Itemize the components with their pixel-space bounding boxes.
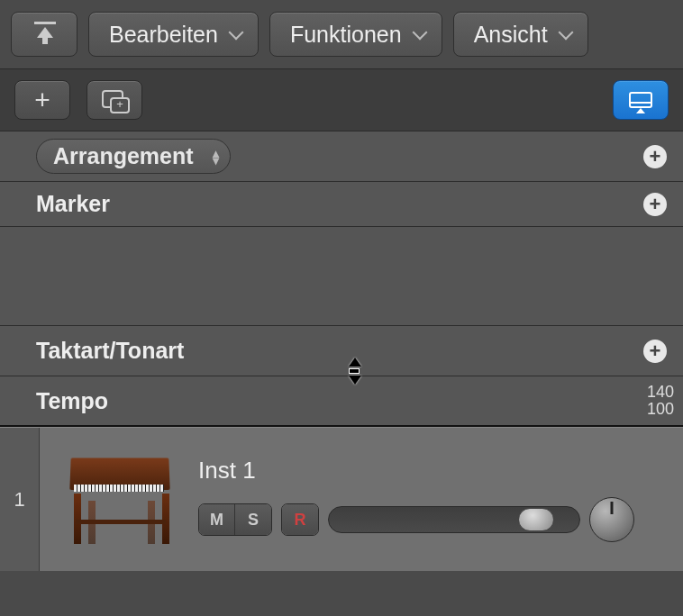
catch-playhead-icon bbox=[629, 92, 652, 108]
signature-track-header: Taktart/Tonart + bbox=[0, 326, 683, 376]
mute-solo-group: M S bbox=[198, 503, 272, 536]
view-menu-label: Ansicht bbox=[474, 22, 548, 48]
chevron-down-icon bbox=[558, 25, 573, 41]
solo-button[interactable]: S bbox=[235, 504, 271, 535]
add-arrangement-button[interactable]: + bbox=[643, 145, 667, 168]
mute-button[interactable]: M bbox=[199, 504, 235, 535]
volume-slider[interactable] bbox=[328, 506, 580, 533]
signature-label: Taktart/Tonart bbox=[36, 338, 184, 364]
tempo-low-value: 100 bbox=[647, 401, 674, 418]
tracks-toolbar: + bbox=[0, 68, 683, 131]
arrangement-label: Arrangement bbox=[53, 143, 194, 168]
marker-track-lane[interactable] bbox=[0, 227, 683, 326]
add-marker-button[interactable]: + bbox=[643, 193, 667, 216]
record-group: R bbox=[281, 503, 319, 536]
arrangement-selector[interactable]: Arrangement ▴▾ bbox=[36, 139, 231, 174]
track-name[interactable]: Inst 1 bbox=[198, 457, 667, 485]
main-toolbar: Bearbeiten Funktionen Ansicht bbox=[0, 0, 683, 68]
track-number[interactable]: 1 bbox=[0, 428, 40, 571]
plus-icon: + bbox=[34, 86, 50, 113]
tempo-label: Tempo bbox=[36, 388, 108, 414]
functions-menu-label: Funktionen bbox=[290, 22, 402, 48]
edit-menu[interactable]: Bearbeiten bbox=[88, 12, 259, 57]
duplicate-track-button[interactable] bbox=[87, 80, 142, 120]
level-up-button[interactable] bbox=[11, 12, 77, 57]
chevron-down-icon bbox=[228, 25, 243, 41]
add-signature-button[interactable]: + bbox=[643, 340, 667, 363]
updown-chevron-icon: ▴▾ bbox=[213, 149, 219, 164]
level-up-icon bbox=[32, 22, 57, 47]
chevron-down-icon bbox=[412, 25, 427, 41]
pan-knob[interactable] bbox=[589, 497, 634, 542]
track-header-body: Inst 1 M S R bbox=[40, 428, 683, 571]
tempo-track-header: Tempo 140 100 bbox=[0, 376, 683, 427]
tempo-range: 140 100 bbox=[647, 384, 674, 418]
catch-playhead-button[interactable] bbox=[613, 80, 669, 120]
marker-track-header: Marker + bbox=[0, 182, 683, 227]
edit-menu-label: Bearbeiten bbox=[109, 22, 218, 48]
tempo-high-value: 140 bbox=[647, 384, 674, 401]
record-enable-button[interactable]: R bbox=[282, 504, 318, 535]
view-menu[interactable]: Ansicht bbox=[453, 12, 588, 57]
duplicate-icon bbox=[102, 90, 127, 110]
instrument-track[interactable]: 1 Inst 1 M S R bbox=[0, 427, 683, 571]
arrangement-track-header: Arrangement ▴▾ + bbox=[0, 131, 683, 182]
instrument-icon[interactable] bbox=[56, 450, 182, 549]
functions-menu[interactable]: Funktionen bbox=[269, 12, 442, 57]
volume-thumb[interactable] bbox=[518, 508, 554, 531]
marker-label: Marker bbox=[36, 191, 110, 217]
add-track-button[interactable]: + bbox=[14, 80, 70, 120]
